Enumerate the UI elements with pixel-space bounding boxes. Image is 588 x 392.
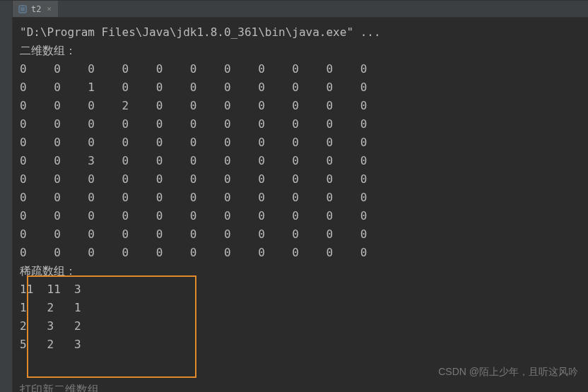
console-output: "D:\Program Files\Java\jdk1.8.0_361\bin\…	[13, 18, 588, 392]
array2d-label: 二维数组：	[20, 42, 581, 60]
sparse-label: 稀疏数组：	[20, 262, 581, 280]
sparse-row: 2 3 2	[20, 317, 581, 335]
matrix-row: 0 0 0 0 0 0 0 0 0 0 0	[20, 60, 581, 78]
matrix-row: 0 0 0 0 0 0 0 0 0 0 0	[20, 133, 581, 152]
main-area: t2 × "D:\Program Files\Java\jdk1.8.0_361…	[13, 1, 588, 392]
sparse-row: 5 2 3	[20, 335, 581, 354]
close-icon[interactable]: ×	[45, 6, 52, 13]
tab-t2[interactable]: t2 ×	[13, 1, 58, 17]
array2d-matrix: 0 0 0 0 0 0 0 0 0 0 00 0 1 0 0 0 0 0 0 0…	[20, 60, 581, 262]
tab-label: t2	[31, 4, 41, 14]
matrix-row: 0 0 0 0 0 0 0 0 0 0 0	[20, 244, 581, 262]
sparse-matrix: 11 11 31 2 12 3 25 2 3	[20, 280, 581, 354]
watermark: CSDN @陌上少年，且听这风吟	[438, 362, 578, 381]
command-line: "D:\Program Files\Java\jdk1.8.0_361\bin\…	[20, 23, 581, 42]
left-gutter	[0, 1, 13, 392]
footer-cut-text: 打印新二维数组	[20, 381, 99, 392]
sparse-row: 11 11 3	[20, 280, 581, 299]
matrix-row: 0 0 0 0 0 0 0 0 0 0 0	[20, 115, 581, 133]
matrix-row: 0 0 0 0 0 0 0 0 0 0 0	[20, 170, 581, 189]
matrix-row: 0 0 0 2 0 0 0 0 0 0 0	[20, 97, 581, 115]
sparse-row: 1 2 1	[20, 299, 581, 317]
matrix-row: 0 0 0 0 0 0 0 0 0 0 0	[20, 225, 581, 244]
run-config-icon	[18, 5, 27, 13]
svg-rect-1	[20, 7, 25, 11]
matrix-row: 0 0 3 0 0 0 0 0 0 0 0	[20, 152, 581, 170]
matrix-row: 0 0 0 0 0 0 0 0 0 0 0	[20, 207, 581, 225]
matrix-row: 0 0 1 0 0 0 0 0 0 0 0	[20, 78, 581, 97]
tab-bar: t2 ×	[13, 1, 588, 18]
matrix-row: 0 0 0 0 0 0 0 0 0 0 0	[20, 189, 581, 207]
